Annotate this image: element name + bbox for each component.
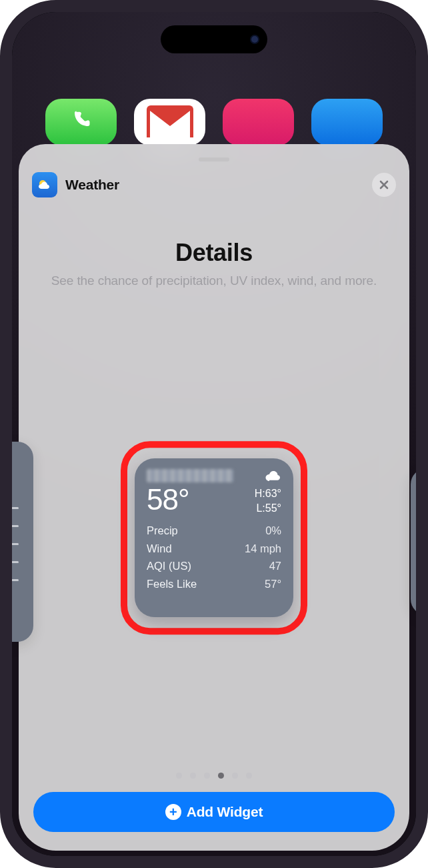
home-app-row bbox=[45, 99, 383, 145]
detail-value: 47 bbox=[269, 557, 281, 574]
close-button[interactable] bbox=[372, 173, 396, 197]
carousel-peek-prev[interactable]: y° bbox=[12, 442, 33, 642]
widget-detail-row: Precip0% bbox=[147, 522, 281, 539]
page-dot[interactable] bbox=[204, 773, 210, 779]
page-dot[interactable] bbox=[246, 773, 252, 779]
detail-value: 0% bbox=[265, 522, 281, 539]
screen: Weather Details See the chance of precip… bbox=[12, 12, 416, 856]
widget-detail-row: Feels Like57° bbox=[147, 575, 281, 592]
page-indicator[interactable] bbox=[19, 773, 409, 779]
high-low-temperature: H:63° L:55° bbox=[255, 485, 281, 515]
sheet-grabber[interactable] bbox=[199, 157, 229, 161]
current-temperature: 58° bbox=[147, 485, 189, 514]
page-dot[interactable] bbox=[218, 773, 224, 779]
low-temperature: L:55° bbox=[255, 501, 281, 516]
location-name-redacted bbox=[147, 469, 233, 482]
detail-value: 14 mph bbox=[245, 540, 281, 557]
add-widget-label: Add Widget bbox=[187, 804, 263, 820]
detail-label: Wind bbox=[147, 540, 172, 557]
widget-description: Details See the chance of precipitation,… bbox=[19, 201, 409, 290]
widget-detail-row: Wind14 mph bbox=[147, 540, 281, 557]
widget-title: Details bbox=[41, 239, 387, 267]
sheet-app-name: Weather bbox=[65, 177, 372, 193]
dynamic-island bbox=[161, 25, 267, 53]
detail-value: 57° bbox=[265, 575, 281, 592]
app-mail-icon bbox=[134, 99, 205, 145]
phone-frame: Weather Details See the chance of precip… bbox=[0, 0, 428, 868]
app-phone-icon bbox=[45, 99, 117, 145]
weather-details-widget-preview[interactable]: 58° H:63° L:55° Precip0%Wind14 mphAQI (U… bbox=[135, 458, 293, 617]
detail-label: AQI (US) bbox=[147, 557, 191, 574]
add-widget-button[interactable]: + Add Widget bbox=[33, 792, 395, 832]
page-dot[interactable] bbox=[232, 773, 238, 779]
widget-detail-row: AQI (US)47 bbox=[147, 557, 281, 574]
widget-detail-rows: Precip0%Wind14 mphAQI (US)47Feels Like57… bbox=[147, 522, 281, 592]
page-dot[interactable] bbox=[190, 773, 196, 779]
app-appstore-icon bbox=[311, 99, 383, 145]
app-music-icon bbox=[223, 99, 294, 145]
widget-picker-sheet: Weather Details See the chance of precip… bbox=[19, 144, 409, 851]
carousel-peek-next[interactable] bbox=[411, 468, 416, 615]
weather-app-icon bbox=[32, 172, 57, 197]
high-temperature: H:63° bbox=[255, 486, 281, 501]
close-icon bbox=[379, 179, 389, 190]
detail-label: Feels Like bbox=[147, 575, 197, 592]
sheet-header: Weather bbox=[19, 172, 409, 201]
page-dot[interactable] bbox=[176, 773, 182, 779]
detail-label: Precip bbox=[147, 522, 178, 539]
power-button bbox=[416, 272, 419, 366]
cloud-icon bbox=[264, 469, 281, 482]
widget-carousel[interactable]: y° 58° H:63° L:55° bbox=[19, 317, 409, 767]
widget-subtitle: See the chance of precipitation, UV inde… bbox=[41, 272, 387, 290]
front-camera-icon bbox=[250, 35, 259, 44]
plus-circle-icon: + bbox=[165, 804, 181, 820]
